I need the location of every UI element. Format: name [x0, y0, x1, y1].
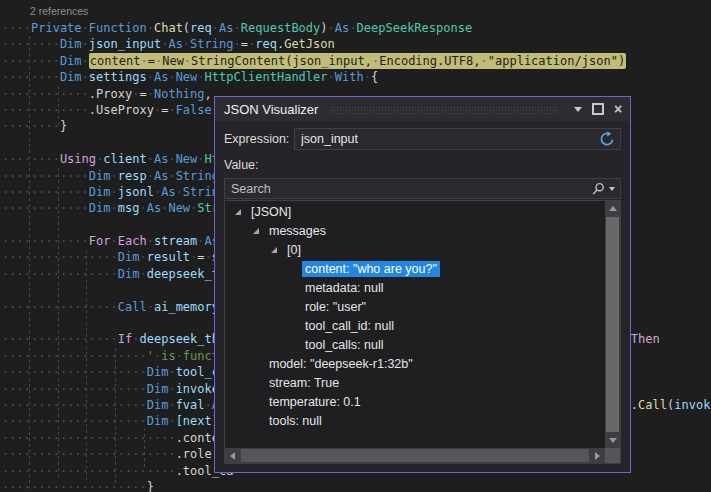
tree-node-label: model: "deepseek-r1:32b" [266, 356, 416, 372]
tree-node-stream[interactable]: stream: True [225, 373, 605, 392]
vs-editor-window: 2 references ····Private·Function·Chat(r… [0, 0, 711, 492]
code-token: HttpClientHandler [205, 70, 328, 84]
horizontal-scrollbar[interactable] [225, 448, 605, 463]
vertical-scrollbar[interactable] [605, 201, 620, 448]
tree-node-[JSON][interactable]: [JSON] [225, 202, 605, 221]
code-token: · [176, 185, 183, 199]
code-line[interactable]: ········Dim·content·=·New·StringContent(… [2, 53, 711, 69]
code-token: Using [60, 152, 96, 166]
code-token: String [176, 169, 219, 183]
code-token: msg [118, 201, 140, 215]
tree-node-tools[interactable]: tools: null [225, 411, 605, 430]
code-token: ···················· [2, 398, 147, 412]
tree-node-label: role: "user" [302, 299, 369, 315]
code-token: Dim [60, 54, 82, 68]
code-token: · [212, 21, 219, 35]
scroll-down-button[interactable] [605, 433, 620, 448]
expander-icon[interactable] [253, 228, 259, 234]
code-token: · [168, 382, 175, 396]
search-input[interactable] [225, 182, 591, 196]
code-token: ················ [2, 267, 118, 281]
maximize-icon [592, 103, 604, 115]
code-token: · [82, 54, 89, 68]
code-token: · [147, 70, 154, 84]
window-menu-button[interactable] [570, 100, 586, 118]
tree-node-label: content: "who are you?" [302, 261, 440, 277]
code-line[interactable]: ········Dim·settings·As·New·HttpClientHa… [2, 69, 711, 85]
tree-node-role[interactable]: role: "user" [225, 297, 605, 316]
code-token: ai_memory [154, 300, 219, 314]
search-icons[interactable] [591, 182, 615, 196]
code-token: Private [31, 21, 82, 35]
code-token: · [197, 70, 204, 84]
code-token: · [82, 37, 89, 51]
code-token: · [139, 250, 146, 264]
code-token: invoke [674, 398, 711, 412]
code-token: · [82, 21, 89, 35]
tree-node-messages[interactable]: messages [225, 221, 605, 240]
code-token: Dim [147, 414, 169, 428]
code-token: invoke [176, 382, 219, 396]
code-token: ················ [2, 250, 118, 264]
code-token: · [168, 152, 175, 166]
code-token: .UseProxy [89, 103, 154, 117]
scroll-left-button[interactable] [225, 448, 240, 463]
code-line[interactable]: ····Private·Function·Chat(req·As·Request… [2, 20, 711, 36]
scroll-right-button[interactable] [590, 448, 605, 463]
expander-icon[interactable] [271, 247, 277, 253]
expander-icon[interactable] [235, 209, 241, 215]
tree-node-content[interactable]: content: "who are you?" [225, 259, 605, 278]
code-token: Dim [89, 201, 111, 215]
tree-node-temperature[interactable]: temperature: 0.1 [225, 392, 605, 411]
code-token: Dim [89, 185, 111, 199]
codelens-references[interactable]: 2 references [30, 5, 88, 17]
tree-node-model[interactable]: model: "deepseek-r1:32b" [225, 354, 605, 373]
vertical-scroll-thumb[interactable] [606, 217, 619, 432]
code-token: As [161, 185, 175, 199]
code-token: · [234, 37, 241, 51]
dialog-titlebar[interactable]: JSON Visualizer × [215, 97, 630, 121]
code-token: · [197, 234, 204, 248]
json-tree-panel: [JSON]messages[0]content: "who are you?"… [224, 200, 621, 464]
tree-node-label: tools: null [266, 413, 325, 429]
close-button[interactable]: × [610, 100, 626, 118]
code-token: · [82, 70, 89, 84]
refresh-icon[interactable] [599, 131, 615, 147]
tree-node-[0][interactable]: [0] [225, 240, 605, 259]
code-token: { [371, 70, 378, 84]
scroll-up-button[interactable] [605, 201, 620, 216]
code-token: ( [183, 21, 190, 35]
code-token: ···················· [2, 382, 147, 396]
code-token: ············ [2, 185, 89, 199]
tree-node-metadata[interactable]: metadata: null [225, 278, 605, 297]
code-token: jsonl [118, 185, 154, 199]
code-token: Chat [154, 21, 183, 35]
code-token: ········ [2, 70, 60, 84]
expression-label: Expression: [224, 132, 294, 146]
code-token: GetJson [284, 37, 335, 51]
code-line[interactable]: ····················} [2, 479, 711, 492]
tree-node-tool_call_id[interactable]: tool_call_id: null [225, 316, 605, 335]
horizontal-scroll-thumb[interactable] [241, 449, 589, 462]
tree-node-label: tool_call_id: null [302, 318, 397, 334]
dialog-title: JSON Visualizer [224, 102, 318, 117]
search-icon [591, 182, 605, 196]
maximize-button[interactable] [590, 100, 606, 118]
code-token: Dim [118, 267, 140, 281]
code-token: ············ [2, 103, 89, 117]
tree-node-label: metadata: null [302, 280, 387, 296]
scroll-right-icon [595, 452, 600, 460]
code-token: [next] [176, 414, 219, 428]
expression-input[interactable] [295, 129, 620, 149]
code-token: · [328, 21, 335, 35]
json-tree: [JSON]messages[0]content: "who are you?"… [225, 202, 605, 448]
code-token: · [205, 398, 212, 412]
code-line[interactable]: ········Dim·json_input·As·String·=·req.G… [2, 36, 711, 52]
code-token: } [147, 480, 154, 492]
code-token: , [205, 87, 212, 101]
titlebar-grip-texture [330, 106, 558, 115]
code-token: stream [154, 234, 197, 248]
tree-node-tool_calls[interactable]: tool_calls: null [225, 335, 605, 354]
code-token: · [111, 185, 118, 199]
code-token: Dim [60, 70, 82, 84]
